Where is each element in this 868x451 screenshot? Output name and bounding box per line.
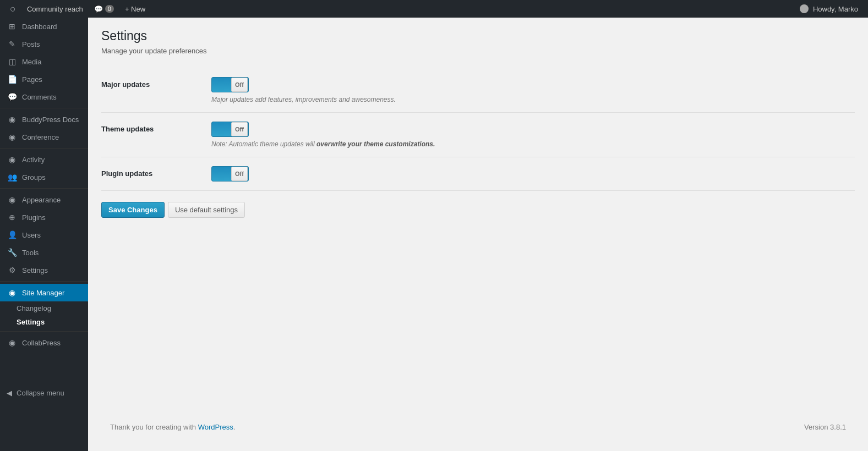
sidebar-item-label: Appearance (22, 196, 61, 204)
sidebar-item-buddypress-docs[interactable]: ◉ BuddyPress Docs (0, 111, 88, 128)
plugin-updates-control: Off (211, 166, 855, 182)
major-updates-toggle[interactable]: Off (211, 77, 249, 92)
users-icon: 👤 (7, 230, 18, 239)
page-title: Settings (101, 29, 855, 43)
menu-separator-1 (0, 108, 88, 108)
menu-separator-3 (0, 188, 88, 189)
site-name-label: Community reach (27, 5, 83, 13)
plugin-updates-label: Plugin updates (101, 166, 211, 178)
toggle-track (212, 78, 230, 92)
toggle-track (212, 167, 230, 181)
theme-updates-desc: Note: Automatic theme updates will overw… (211, 140, 855, 148)
comments-button[interactable]: 💬 0 (89, 0, 119, 18)
comments-icon: 💬 (7, 92, 18, 101)
sidebar-item-settings[interactable]: ⚙ Settings (0, 261, 88, 279)
footer-left: Thank you for creating with WordPress. (110, 423, 235, 431)
sidebar-item-activity[interactable]: ◉ Activity (0, 151, 88, 168)
collapse-menu-button[interactable]: ◀ Collapse menu (0, 384, 88, 402)
settings-icon: ⚙ (7, 266, 18, 274)
submenu-label: Settings (17, 318, 45, 326)
major-updates-control: Off Major updates add features, improvem… (211, 77, 855, 103)
sidebar-item-comments[interactable]: 💬 Comments (0, 88, 88, 106)
theme-updates-label: Theme updates (101, 122, 211, 133)
collapse-label: Collapse menu (17, 389, 64, 397)
use-default-settings-button[interactable]: Use default settings (168, 202, 245, 218)
theme-updates-control: Off Note: Automatic theme updates will o… (211, 122, 855, 148)
chevron-right-icon (85, 289, 88, 296)
site-manager-icon: ◉ (7, 288, 18, 297)
sidebar-item-label: Users (22, 231, 41, 239)
collapse-icon: ◀ (7, 389, 12, 397)
howdy-button[interactable]: Howdy, Marko (794, 0, 864, 18)
toggle-slider: Off (231, 78, 248, 92)
save-changes-button[interactable]: Save Changes (101, 202, 165, 218)
user-avatar (800, 4, 809, 13)
sidebar-item-label: Site Manager (22, 289, 64, 297)
sidebar-item-dashboard[interactable]: ⊞ Dashboard (0, 18, 88, 35)
buttons-row: Save Changes Use default settings (101, 191, 855, 218)
major-updates-label: Major updates (101, 77, 211, 89)
submenu-item-changelog[interactable]: Changelog (0, 301, 88, 315)
sidebar-item-site-manager[interactable]: ◉ Site Manager (0, 284, 88, 301)
wp-logo-button[interactable]: ○ (4, 0, 21, 18)
site-name-button[interactable]: Community reach (21, 0, 89, 18)
menu-separator-5 (0, 331, 88, 332)
sidebar-item-label: Activity (22, 156, 45, 164)
sidebar-item-label: Plugins (22, 213, 46, 222)
sidebar-item-posts[interactable]: ✎ Posts (0, 35, 88, 53)
toggle-slider: Off (231, 122, 248, 136)
sidebar-item-label: Posts (22, 40, 40, 48)
footer: Thank you for creating with WordPress. V… (101, 414, 855, 440)
sidebar-item-collabpress[interactable]: ◉ CollabPress (0, 334, 88, 351)
toggle-track (212, 122, 230, 136)
theme-updates-toggle[interactable]: Off (211, 122, 249, 137)
major-updates-desc: Major updates add features, improvements… (211, 96, 855, 103)
posts-icon: ✎ (7, 40, 18, 48)
comments-count: 0 (105, 5, 114, 13)
sidebar-item-label: CollabPress (22, 339, 61, 347)
wordpress-link[interactable]: WordPress (198, 423, 233, 431)
menu-separator-4 (0, 281, 88, 282)
submenu-label: Changelog (17, 304, 51, 312)
sidebar-item-users[interactable]: 👤 Users (0, 226, 88, 244)
appearance-icon: ◉ (7, 195, 18, 204)
plugin-updates-toggle[interactable]: Off (211, 166, 249, 182)
menu-separator-2 (0, 148, 88, 148)
new-content-button[interactable]: + New (119, 0, 151, 18)
sidebar-item-label: BuddyPress Docs (22, 116, 79, 124)
sidebar-item-label: Comments (22, 93, 57, 101)
plugins-icon: ⊕ (7, 213, 18, 222)
sidebar-item-appearance[interactable]: ◉ Appearance (0, 191, 88, 208)
sidebar-item-plugins[interactable]: ⊕ Plugins (0, 208, 88, 226)
page-subtitle: Manage your update preferences (101, 47, 855, 55)
sidebar-item-label: Dashboard (22, 23, 57, 31)
pages-icon: 📄 (7, 75, 18, 84)
media-icon: ◫ (7, 57, 18, 66)
sidebar-item-label: Media (22, 58, 41, 66)
groups-icon: 👥 (7, 173, 18, 182)
sidebar-item-label: Settings (22, 266, 48, 274)
new-label: + New (125, 5, 145, 13)
dashboard-icon: ⊞ (7, 22, 18, 31)
comments-icon: 💬 (94, 5, 103, 13)
sidebar-item-conference[interactable]: ◉ Conference (0, 128, 88, 146)
sidebar-item-pages[interactable]: 📄 Pages (0, 70, 88, 88)
collabpress-icon: ◉ (7, 338, 18, 347)
wp-logo-icon: ○ (10, 3, 16, 15)
version-text: Version 3.8.1 (804, 423, 846, 431)
sidebar-item-label: Conference (22, 133, 59, 141)
sidebar-item-media[interactable]: ◫ Media (0, 53, 88, 70)
sidebar-item-tools[interactable]: 🔧 Tools (0, 244, 88, 261)
conference-icon: ◉ (7, 133, 18, 141)
toggle-slider: Off (231, 167, 248, 181)
submenu-item-settings[interactable]: Settings (0, 315, 88, 329)
sidebar-item-groups[interactable]: 👥 Groups (0, 168, 88, 186)
sidebar-item-label: Pages (22, 75, 42, 84)
sidebar-item-label: Groups (22, 173, 46, 182)
buddypress-docs-icon: ◉ (7, 115, 18, 124)
howdy-text: Howdy, Marko (813, 5, 858, 13)
sidebar-item-label: Tools (22, 249, 39, 257)
activity-icon: ◉ (7, 155, 18, 164)
tools-icon: 🔧 (7, 248, 18, 257)
